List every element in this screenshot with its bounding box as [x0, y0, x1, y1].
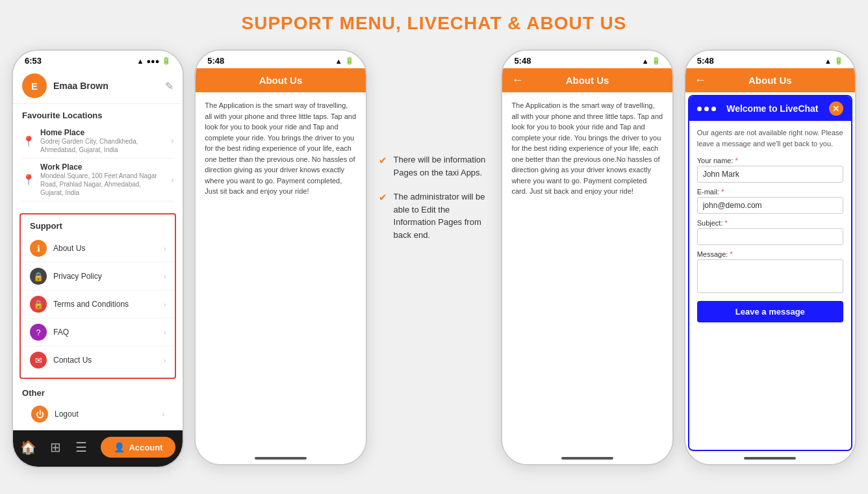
logout-chevron: ›: [162, 410, 165, 418]
other-title: Other: [22, 388, 173, 398]
phone1-support-menu: 6:53 ▲ ●●● 🔋 E Emaa Brown ✎ Favourite Lo…: [12, 49, 184, 468]
livechat-panel: Welcome to LiveChat ✕ Our agents are not…: [688, 95, 852, 451]
contact-us-label: Contact Us: [53, 356, 157, 365]
name-input[interactable]: [697, 166, 843, 183]
terms-conditions-menu-item[interactable]: 🔒 Terms and Conditions ›: [21, 291, 175, 318]
about-us-chevron: ›: [164, 244, 166, 252]
email-required: *: [721, 188, 724, 196]
nav-list-button[interactable]: ☰: [75, 439, 87, 455]
phone3-time: 5:48: [514, 56, 531, 66]
phone3-back-button[interactable]: ←: [511, 73, 523, 87]
contact-us-chevron: ›: [164, 356, 166, 364]
phone2-status-bar: 5:48 ▲ 🔋: [196, 51, 365, 68]
about-us-icon: ℹ: [30, 240, 47, 257]
home-location-info: Home Place Godrej Garden City, Chandkhed…: [40, 128, 166, 154]
contact-us-menu-item[interactable]: ✉ Contact Us ›: [21, 346, 175, 374]
annotation-2: ✔ The administrator will be able to Edit…: [379, 190, 490, 241]
account-nav-label: Account: [129, 443, 162, 452]
phone3-signal-icon: ▲: [642, 57, 649, 65]
work-location-item[interactable]: 📍 Work Place Mondeal Square, 100 Feet An…: [22, 159, 173, 202]
nav-account-button[interactable]: 👤 Account: [101, 437, 175, 458]
terms-label: Terms and Conditions: [53, 300, 157, 309]
livechat-close-button[interactable]: ✕: [829, 101, 843, 116]
phone2-status-icons: ▲ 🔋: [335, 57, 354, 65]
annotation-text-2: The administrator will be able to Edit t…: [394, 190, 490, 241]
email-field: E-mail: *: [697, 188, 843, 214]
leave-message-button[interactable]: Leave a message: [697, 301, 843, 322]
terms-icon: 🔒: [30, 296, 47, 313]
grid-nav-icon: ⊞: [50, 439, 61, 455]
message-input[interactable]: [697, 259, 843, 293]
livechat-dot-2: [704, 107, 709, 111]
home-nav-icon: 🏠: [20, 439, 36, 455]
logout-menu-item[interactable]: ⏻ Logout ›: [22, 400, 173, 428]
logout-icon: ⏻: [31, 406, 48, 422]
edit-icon[interactable]: ✎: [165, 80, 173, 92]
phone4-title: About Us: [711, 75, 829, 86]
faq-chevron: ›: [164, 328, 166, 336]
name-label: Your name: *: [697, 157, 843, 164]
phone2-about-us: 5:48 ▲ 🔋 About Us The Application is the…: [194, 49, 366, 465]
phone1-status-icons: ▲ ●●● 🔋: [136, 57, 171, 65]
home-location-item[interactable]: 📍 Home Place Godrej Garden City, Chandkh…: [22, 124, 173, 159]
favourite-locations-title: Favourite Locations: [22, 110, 173, 120]
phone3-bottom-bar: [502, 454, 672, 464]
phone3-status-bar: 5:48 ▲ 🔋: [502, 51, 672, 68]
message-field: Message: *: [697, 250, 843, 293]
subject-label: Subject: *: [697, 219, 843, 227]
account-nav-icon: 👤: [114, 442, 125, 452]
annotation-area: ✔ There will be information Pages on the…: [372, 49, 496, 241]
phone2-header: About Us: [196, 68, 365, 92]
phone1-header: E Emaa Brown ✎: [13, 68, 183, 104]
phone3-home-indicator: [561, 457, 613, 460]
phone3-about-us-full: 5:48 ▲ 🔋 ← About Us The Application is t…: [501, 49, 673, 465]
logout-label: Logout: [55, 410, 156, 419]
phone4-battery-icon: 🔋: [834, 57, 843, 65]
avatar: E: [22, 73, 47, 98]
message-required: *: [730, 250, 732, 258]
livechat-notice: Our agents are not available right now. …: [697, 127, 843, 149]
phone3-status-icons: ▲ 🔋: [642, 57, 661, 65]
work-location-info: Work Place Mondeal Square, 100 Feet Anan…: [40, 162, 166, 197]
phone1-time: 6:53: [25, 56, 42, 66]
livechat-body: Our agents are not available right now. …: [689, 121, 851, 450]
check-icon-2: ✔: [379, 190, 387, 205]
phone4-status-icons: ▲ 🔋: [824, 57, 843, 65]
phone4-status-bar: 5:48 ▲ 🔋: [685, 51, 855, 68]
phone1-status-bar: 6:53 ▲ ●●● 🔋: [13, 51, 183, 68]
contact-us-icon: ✉: [30, 352, 47, 369]
avatar-initial: E: [31, 81, 38, 92]
livechat-dot-3: [711, 107, 716, 111]
livechat-header: Welcome to LiveChat ✕: [689, 96, 851, 121]
terms-chevron: ›: [164, 300, 166, 308]
signal-icon: ●●●: [146, 57, 159, 65]
home-location-addr: Godrej Garden City, Chandkheda, Ahmedaba…: [40, 137, 166, 154]
privacy-policy-menu-item[interactable]: 🔒 Privacy Policy ›: [21, 263, 175, 291]
livechat-dot-1: [697, 107, 702, 111]
about-us-menu-item[interactable]: ℹ About Us ›: [21, 235, 175, 263]
faq-menu-item[interactable]: ? FAQ ›: [21, 318, 175, 346]
subject-input[interactable]: [697, 228, 843, 245]
favourite-locations-section: Favourite Locations 📍 Home Place Godrej …: [13, 104, 183, 204]
phone4-back-button[interactable]: ←: [695, 73, 706, 87]
phone2-battery-icon: 🔋: [345, 57, 354, 65]
home-icon: 📍: [22, 135, 35, 148]
support-title: Support: [21, 218, 175, 235]
phone4-bottom-bar: [685, 454, 855, 464]
list-nav-icon: ☰: [75, 439, 87, 455]
other-section: Other ⏻ Logout ›: [13, 383, 183, 430]
email-input[interactable]: [697, 197, 843, 214]
privacy-policy-label: Privacy Policy: [53, 272, 157, 281]
wifi-icon: ▲: [136, 57, 144, 65]
phone4-header: ← About Us: [685, 68, 855, 92]
phone3-title: About Us: [528, 75, 646, 86]
nav-home-button[interactable]: 🏠: [20, 439, 36, 455]
page-title: SUPPORT MENU, LIVECHAT & ABOUT US: [241, 13, 626, 34]
nav-grid-button[interactable]: ⊞: [50, 439, 61, 455]
faq-label: FAQ: [53, 328, 157, 337]
annotation-text-1: There will be information Pages on the t…: [394, 153, 490, 179]
home-chevron-icon: ›: [171, 136, 173, 146]
phones-row: 6:53 ▲ ●●● 🔋 E Emaa Brown ✎ Favourite Lo…: [6, 49, 862, 468]
work-location-name: Work Place: [40, 162, 166, 172]
livechat-dots: [697, 107, 716, 111]
